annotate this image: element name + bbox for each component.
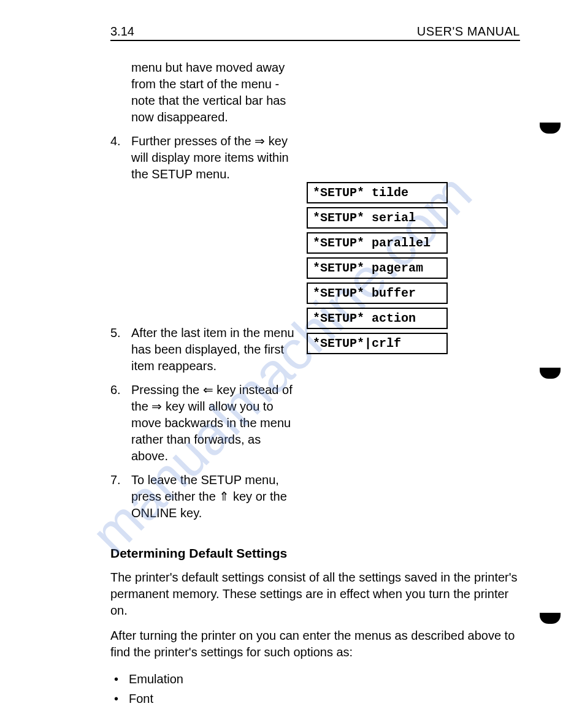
section-heading: Determining Default Settings xyxy=(110,546,520,561)
two-column-area: menu but have moved away from the start … xyxy=(110,59,520,529)
bullet-text: Emulation xyxy=(129,669,183,689)
manual-title: USER'S MANUAL xyxy=(417,25,520,39)
step-text: Further presses of the ⇒ key will displa… xyxy=(131,133,294,183)
display-column: *SETUP* tilde *SETUP* serial *SETUP* par… xyxy=(307,59,520,529)
paragraph: After turning the printer on you can ent… xyxy=(110,628,520,661)
bullet-dot-icon: • xyxy=(114,689,120,708)
step-6: 6. Pressing the ⇐ key instead of the ⇒ k… xyxy=(110,382,294,464)
step-fragment: menu but have moved away from the start … xyxy=(110,59,294,126)
steps-column: menu but have moved away from the start … xyxy=(110,59,294,529)
page-edge-mark xyxy=(540,613,561,624)
step-5: 5. After the last item in the menu has b… xyxy=(110,325,294,374)
step-4: 4. Further presses of the ⇒ key will dis… xyxy=(110,133,294,183)
step-number: 4. xyxy=(110,133,125,183)
step-7: 7. To leave the SETUP menu, press either… xyxy=(110,472,294,521)
bullet-item: • Font xyxy=(114,689,520,708)
page-number: 3.14 xyxy=(110,25,134,39)
setup-display-item: *SETUP* serial xyxy=(307,207,448,229)
bullet-item: • Emulation xyxy=(114,669,520,689)
step-text: menu but have moved away from the start … xyxy=(131,59,294,126)
step-number: 7. xyxy=(110,472,125,521)
setup-display-item: *SETUP* tilde xyxy=(307,182,448,203)
page-header: 3.14 USER'S MANUAL xyxy=(110,25,520,41)
step-text: After the last item in the menu has been… xyxy=(131,325,294,374)
bullet-dot-icon: • xyxy=(114,669,120,689)
paragraph: The printer's default settings consist o… xyxy=(110,569,520,619)
setup-display-item: *SETUP* buffer xyxy=(307,282,448,304)
page: manualmachine.com 3.14 USER'S MANUAL men… xyxy=(0,0,563,728)
page-edge-mark xyxy=(540,368,561,379)
step-number: 5. xyxy=(110,325,125,374)
page-edge-mark xyxy=(540,123,561,134)
setup-display-item: *SETUP* parallel xyxy=(307,232,448,254)
setup-display-item: *SETUP* action xyxy=(307,308,448,329)
step-number: 6. xyxy=(110,382,125,464)
step-text: To leave the SETUP menu, press either th… xyxy=(131,472,294,521)
setup-display-item: *SETUP*|crlf xyxy=(307,333,448,354)
bullet-text: Font xyxy=(129,689,153,708)
step-text: Pressing the ⇐ key instead of the ⇒ key … xyxy=(131,382,294,464)
page-content: menu but have moved away from the start … xyxy=(110,59,520,708)
setup-display-stack: *SETUP* tilde *SETUP* serial *SETUP* par… xyxy=(307,182,448,354)
setup-display-item: *SETUP* pageram xyxy=(307,257,448,279)
